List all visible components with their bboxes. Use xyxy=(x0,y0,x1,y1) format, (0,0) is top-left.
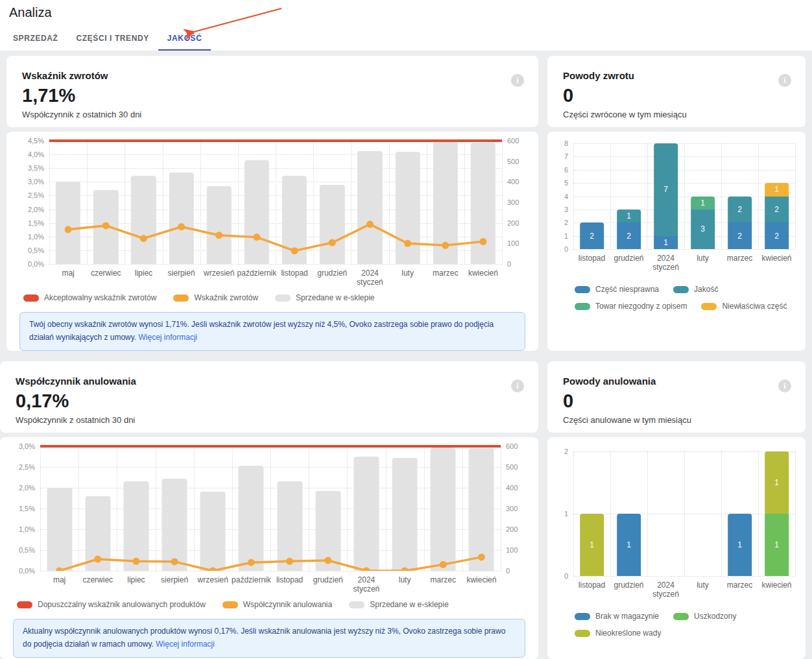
sold-bar xyxy=(85,496,110,571)
legend-item[interactable]: Brak w magazynie xyxy=(575,612,659,621)
tab-jakosc[interactable]: JAKOŚĆ xyxy=(158,26,211,51)
sold-bar xyxy=(353,457,379,571)
legend-label: Sprzedane w e-sklepie xyxy=(370,600,448,609)
x-axis-label: lipiec xyxy=(127,576,145,585)
legend-label: Nieokreślone wady xyxy=(595,629,661,638)
legend-swatch xyxy=(23,294,39,302)
gridline xyxy=(125,141,125,264)
gridline xyxy=(464,141,465,264)
gridline xyxy=(232,446,233,571)
sold-bar xyxy=(56,182,80,264)
x-axis-label: grudzień xyxy=(614,581,643,590)
chart-area: 876543210221173122221 xyxy=(558,143,795,249)
legend-item[interactable]: Część niesprawna xyxy=(575,285,659,294)
gridline xyxy=(424,446,425,571)
bar-segment: 7 xyxy=(654,143,678,236)
x-axis-label: grudzień xyxy=(317,269,347,278)
legend-item[interactable]: Akceptowalny wskaźnik zwrotów xyxy=(23,293,156,302)
legend-item[interactable]: Współczynnik anulowania xyxy=(222,600,332,609)
sold-bar xyxy=(200,492,226,571)
segment-value: 1 xyxy=(663,238,668,247)
gridline xyxy=(276,141,276,264)
left-axis-tick: 4,5% xyxy=(28,137,44,145)
legend-swatch xyxy=(275,294,291,302)
cancellation-rate-chart-card: 3,0%2,5%2,0%1,5%1,0%0,5%0,0%600500400300… xyxy=(0,437,538,659)
sold-bar xyxy=(469,448,494,571)
x-axis-label: październik xyxy=(232,576,271,585)
segment-value: 2 xyxy=(737,232,742,241)
plot-area xyxy=(49,141,502,264)
info-icon[interactable]: i xyxy=(778,379,791,392)
note-text: Aktualny współczynnik anulowanych produk… xyxy=(23,627,505,649)
legend-item[interactable]: Sprzedane w e-sklepie xyxy=(349,600,448,609)
returns-rate-legend: Akceptowalny wskaźnik zwrotówWskaźnik zw… xyxy=(19,293,525,302)
chart-area: 3,0%2,5%2,0%1,5%1,0%0,5%0,0%600500400300… xyxy=(13,446,525,571)
legend-item[interactable]: Uszkodzony xyxy=(673,612,736,621)
x-axis-label: 2024 styczeń xyxy=(652,581,679,599)
bar-segment: 1 xyxy=(765,451,789,514)
left-axis: 876543210 xyxy=(558,143,573,249)
gridline xyxy=(386,446,387,571)
info-icon[interactable]: i xyxy=(511,74,524,87)
y-axis-tick: 0 xyxy=(564,245,568,253)
legend-item[interactable]: Dopuszczalny wskaźnik anulowanych produk… xyxy=(17,600,206,609)
sold-bar xyxy=(320,185,344,264)
sold-bar xyxy=(282,176,307,264)
left-axis: 210 xyxy=(558,451,573,576)
sold-bar xyxy=(131,176,156,264)
right-axis-tick: 0 xyxy=(507,260,511,268)
cancellation-reasons-chart-card: 21011111listopadgrudzień2024 styczeńluty… xyxy=(547,437,806,659)
right-axis-tick: 600 xyxy=(506,442,518,450)
segment-value: 1 xyxy=(737,540,742,549)
legend-label: Niewłaściwa część xyxy=(722,302,787,311)
returns-rate-subtitle: Współczynnik z ostatnich 30 dni xyxy=(22,110,523,119)
info-icon[interactable]: i xyxy=(511,379,524,392)
segment-value: 2 xyxy=(774,232,779,241)
x-axis-label: listopad xyxy=(276,576,303,585)
legend-item[interactable]: Towar niezgodny z opisem xyxy=(575,302,687,311)
x-axis-label: kwiecień xyxy=(761,254,791,263)
legend-swatch xyxy=(349,601,364,608)
tab-czesci-i-trendy[interactable]: CZĘŚCI I TRENDY xyxy=(67,26,158,51)
legend-item[interactable]: Nieokreślone wady xyxy=(575,629,661,638)
plot-area: 11111 xyxy=(573,451,795,576)
segment-value: 2 xyxy=(774,205,779,214)
x-axis-label: listopad xyxy=(281,269,307,278)
tab-sprzedaz[interactable]: SPRZEDAŻ xyxy=(4,26,67,51)
sold-bar xyxy=(392,458,418,571)
x-axis-label: 2024 styczeń xyxy=(353,576,380,594)
gridline xyxy=(313,141,314,264)
gridline xyxy=(795,451,796,576)
x-axis-label: grudzień xyxy=(313,576,343,585)
cancellation-rate-title: Współczynnik anulowania xyxy=(16,376,523,387)
legend-swatch xyxy=(673,286,689,293)
bar-segment: 1 xyxy=(765,514,789,576)
legend-item[interactable]: Jakość xyxy=(673,285,718,294)
x-axis-label: luty xyxy=(697,254,709,263)
legend-swatch xyxy=(17,601,32,608)
legend-item[interactable]: Niewłaściwa część xyxy=(701,302,787,311)
gridline xyxy=(684,143,685,249)
returns-rate-title: Wskaźnik zwrotów xyxy=(22,70,523,81)
x-axis-label: 2024 styczeń xyxy=(357,269,383,287)
y-axis-tick: 7 xyxy=(564,152,568,160)
bar-segment: 1 xyxy=(691,197,715,210)
left-axis-tick: 1,0% xyxy=(19,525,35,533)
cancellation-rate-subtitle: Współczynnik z ostatnich 30 dni xyxy=(16,415,523,425)
legend-label: Brak w magazynie xyxy=(595,612,659,621)
cancellation-rate-value: 0,17% xyxy=(16,390,523,412)
x-axis-label: 2024 styczeń xyxy=(652,254,679,272)
top-header: Analiza SPRZEDAŻ CZĘŚCI I TRENDY JAKOŚĆ xyxy=(0,0,812,51)
gridline xyxy=(758,451,759,576)
right-axis-tick: 300 xyxy=(507,198,519,206)
bar-segment: 1 xyxy=(728,514,752,576)
gridline xyxy=(156,446,156,571)
segment-value: 1 xyxy=(774,478,779,487)
info-icon[interactable]: i xyxy=(778,74,791,87)
legend-swatch xyxy=(575,303,590,310)
legend-item[interactable]: Wskaźnik zwrotów xyxy=(173,293,258,302)
legend-item[interactable]: Sprzedane w e-sklepie xyxy=(275,293,374,302)
returns-rate-chart-card: 4,5%4,0%3,5%3,0%2,5%2,0%1,5%1,0%0,5%0,0%… xyxy=(6,132,538,351)
more-info-link[interactable]: Więcej informacji xyxy=(139,333,198,342)
more-info-link[interactable]: Więcej informacji xyxy=(156,640,215,649)
